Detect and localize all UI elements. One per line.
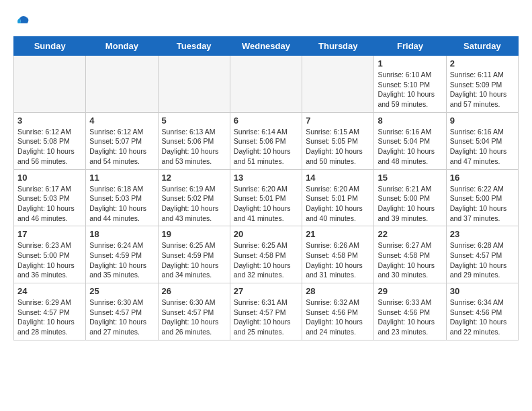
day-header-thursday: Thursday bbox=[302, 37, 374, 56]
calendar-cell: 22Sunrise: 6:27 AM Sunset: 4:58 PM Dayli… bbox=[374, 226, 446, 283]
cell-info: Sunrise: 6:30 AM Sunset: 4:57 PM Dayligh… bbox=[162, 298, 226, 337]
day-header-friday: Friday bbox=[374, 37, 446, 56]
day-number: 2 bbox=[450, 58, 515, 68]
cell-info: Sunrise: 6:16 AM Sunset: 5:04 PM Dayligh… bbox=[450, 127, 515, 167]
day-number: 22 bbox=[378, 229, 442, 239]
calendar-cell: 14Sunrise: 6:20 AM Sunset: 5:01 PM Dayli… bbox=[302, 169, 374, 226]
day-number: 8 bbox=[378, 116, 442, 126]
day-header-tuesday: Tuesday bbox=[158, 37, 230, 56]
cell-info: Sunrise: 6:16 AM Sunset: 5:04 PM Dayligh… bbox=[378, 127, 442, 167]
page-header bbox=[13, 13, 519, 30]
calendar-cell: 11Sunrise: 6:18 AM Sunset: 5:03 PM Dayli… bbox=[86, 169, 158, 226]
calendar-cell: 24Sunrise: 6:29 AM Sunset: 4:57 PM Dayli… bbox=[14, 283, 86, 340]
cell-info: Sunrise: 6:15 AM Sunset: 5:05 PM Dayligh… bbox=[306, 127, 370, 167]
day-number: 27 bbox=[234, 286, 298, 296]
cell-info: Sunrise: 6:26 AM Sunset: 4:58 PM Dayligh… bbox=[306, 240, 370, 280]
calendar-cell: 25Sunrise: 6:30 AM Sunset: 4:57 PM Dayli… bbox=[86, 283, 158, 340]
day-number: 28 bbox=[306, 286, 370, 296]
cell-info: Sunrise: 6:34 AM Sunset: 4:56 PM Dayligh… bbox=[450, 298, 515, 337]
day-header-sunday: Sunday bbox=[14, 37, 86, 56]
cell-info: Sunrise: 6:10 AM Sunset: 5:10 PM Dayligh… bbox=[378, 70, 442, 109]
calendar-cell bbox=[230, 56, 302, 113]
calendar-cell: 3Sunrise: 6:12 AM Sunset: 5:08 PM Daylig… bbox=[14, 112, 86, 169]
calendar-week-row: 24Sunrise: 6:29 AM Sunset: 4:57 PM Dayli… bbox=[14, 283, 519, 340]
day-number: 9 bbox=[450, 116, 515, 126]
day-number: 24 bbox=[17, 286, 82, 296]
calendar-cell: 29Sunrise: 6:33 AM Sunset: 4:56 PM Dayli… bbox=[374, 283, 446, 340]
calendar-cell: 6Sunrise: 6:14 AM Sunset: 5:06 PM Daylig… bbox=[230, 112, 302, 169]
day-number: 20 bbox=[234, 229, 298, 239]
day-number: 3 bbox=[17, 116, 82, 126]
calendar-cell: 23Sunrise: 6:28 AM Sunset: 4:57 PM Dayli… bbox=[446, 226, 518, 283]
day-number: 1 bbox=[378, 58, 442, 68]
day-number: 30 bbox=[450, 286, 515, 296]
day-number: 13 bbox=[234, 173, 298, 183]
day-number: 19 bbox=[162, 229, 226, 239]
cell-info: Sunrise: 6:14 AM Sunset: 5:06 PM Dayligh… bbox=[234, 127, 298, 167]
day-header-wednesday: Wednesday bbox=[230, 37, 302, 56]
calendar-cell: 26Sunrise: 6:30 AM Sunset: 4:57 PM Dayli… bbox=[158, 283, 230, 340]
cell-info: Sunrise: 6:20 AM Sunset: 5:01 PM Dayligh… bbox=[306, 184, 370, 224]
calendar-cell: 9Sunrise: 6:16 AM Sunset: 5:04 PM Daylig… bbox=[446, 112, 518, 169]
day-number: 23 bbox=[450, 229, 515, 239]
cell-info: Sunrise: 6:28 AM Sunset: 4:57 PM Dayligh… bbox=[450, 240, 515, 280]
calendar-cell: 5Sunrise: 6:13 AM Sunset: 5:06 PM Daylig… bbox=[158, 112, 230, 169]
day-number: 21 bbox=[306, 229, 370, 239]
cell-info: Sunrise: 6:25 AM Sunset: 4:58 PM Dayligh… bbox=[234, 240, 298, 280]
cell-info: Sunrise: 6:31 AM Sunset: 4:57 PM Dayligh… bbox=[234, 298, 298, 337]
cell-info: Sunrise: 6:12 AM Sunset: 5:07 PM Dayligh… bbox=[89, 127, 154, 167]
cell-info: Sunrise: 6:32 AM Sunset: 4:56 PM Dayligh… bbox=[306, 298, 370, 337]
day-number: 29 bbox=[378, 286, 442, 296]
calendar-cell: 12Sunrise: 6:19 AM Sunset: 5:02 PM Dayli… bbox=[158, 169, 230, 226]
day-header-saturday: Saturday bbox=[446, 37, 518, 56]
calendar-cell: 21Sunrise: 6:26 AM Sunset: 4:58 PM Dayli… bbox=[302, 226, 374, 283]
cell-info: Sunrise: 6:33 AM Sunset: 4:56 PM Dayligh… bbox=[378, 298, 442, 337]
day-number: 14 bbox=[306, 173, 370, 183]
cell-info: Sunrise: 6:30 AM Sunset: 4:57 PM Dayligh… bbox=[89, 298, 154, 337]
calendar-cell: 15Sunrise: 6:21 AM Sunset: 5:00 PM Dayli… bbox=[374, 169, 446, 226]
calendar-cell: 7Sunrise: 6:15 AM Sunset: 5:05 PM Daylig… bbox=[302, 112, 374, 169]
day-number: 10 bbox=[17, 173, 82, 183]
day-number: 25 bbox=[89, 286, 154, 296]
calendar-cell: 30Sunrise: 6:34 AM Sunset: 4:56 PM Dayli… bbox=[446, 283, 518, 340]
calendar-cell: 27Sunrise: 6:31 AM Sunset: 4:57 PM Dayli… bbox=[230, 283, 302, 340]
calendar-cell bbox=[86, 56, 158, 113]
cell-info: Sunrise: 6:22 AM Sunset: 5:00 PM Dayligh… bbox=[450, 184, 515, 224]
logo-icon bbox=[13, 13, 30, 30]
cell-info: Sunrise: 6:20 AM Sunset: 5:01 PM Dayligh… bbox=[234, 184, 298, 224]
cell-info: Sunrise: 6:17 AM Sunset: 5:03 PM Dayligh… bbox=[17, 184, 82, 224]
cell-info: Sunrise: 6:21 AM Sunset: 5:00 PM Dayligh… bbox=[378, 184, 442, 224]
calendar-cell: 19Sunrise: 6:25 AM Sunset: 4:59 PM Dayli… bbox=[158, 226, 230, 283]
day-number: 12 bbox=[162, 173, 226, 183]
calendar-week-row: 3Sunrise: 6:12 AM Sunset: 5:08 PM Daylig… bbox=[14, 112, 519, 169]
calendar-week-row: 1Sunrise: 6:10 AM Sunset: 5:10 PM Daylig… bbox=[14, 56, 519, 113]
calendar-cell: 13Sunrise: 6:20 AM Sunset: 5:01 PM Dayli… bbox=[230, 169, 302, 226]
day-number: 18 bbox=[89, 229, 154, 239]
cell-info: Sunrise: 6:29 AM Sunset: 4:57 PM Dayligh… bbox=[17, 298, 82, 337]
calendar-cell bbox=[158, 56, 230, 113]
calendar-cell bbox=[14, 56, 86, 113]
cell-info: Sunrise: 6:18 AM Sunset: 5:03 PM Dayligh… bbox=[89, 184, 154, 224]
cell-info: Sunrise: 6:24 AM Sunset: 4:59 PM Dayligh… bbox=[89, 240, 154, 280]
calendar-cell: 16Sunrise: 6:22 AM Sunset: 5:00 PM Dayli… bbox=[446, 169, 518, 226]
day-header-monday: Monday bbox=[86, 37, 158, 56]
calendar-cell: 20Sunrise: 6:25 AM Sunset: 4:58 PM Dayli… bbox=[230, 226, 302, 283]
cell-info: Sunrise: 6:11 AM Sunset: 5:09 PM Dayligh… bbox=[450, 70, 515, 109]
day-number: 17 bbox=[17, 229, 82, 239]
calendar-cell bbox=[302, 56, 374, 113]
cell-info: Sunrise: 6:23 AM Sunset: 5:00 PM Dayligh… bbox=[17, 240, 82, 280]
calendar-cell: 1Sunrise: 6:10 AM Sunset: 5:10 PM Daylig… bbox=[374, 56, 446, 113]
logo bbox=[13, 13, 32, 30]
cell-info: Sunrise: 6:25 AM Sunset: 4:59 PM Dayligh… bbox=[162, 240, 226, 280]
day-number: 15 bbox=[378, 173, 442, 183]
cell-info: Sunrise: 6:13 AM Sunset: 5:06 PM Dayligh… bbox=[162, 127, 226, 167]
calendar-cell: 10Sunrise: 6:17 AM Sunset: 5:03 PM Dayli… bbox=[14, 169, 86, 226]
cell-info: Sunrise: 6:19 AM Sunset: 5:02 PM Dayligh… bbox=[162, 184, 226, 224]
day-number: 26 bbox=[162, 286, 226, 296]
calendar-cell: 28Sunrise: 6:32 AM Sunset: 4:56 PM Dayli… bbox=[302, 283, 374, 340]
calendar-cell: 4Sunrise: 6:12 AM Sunset: 5:07 PM Daylig… bbox=[86, 112, 158, 169]
day-number: 6 bbox=[234, 116, 298, 126]
day-number: 7 bbox=[306, 116, 370, 126]
calendar-cell: 2Sunrise: 6:11 AM Sunset: 5:09 PM Daylig… bbox=[446, 56, 518, 113]
calendar-week-row: 10Sunrise: 6:17 AM Sunset: 5:03 PM Dayli… bbox=[14, 169, 519, 226]
